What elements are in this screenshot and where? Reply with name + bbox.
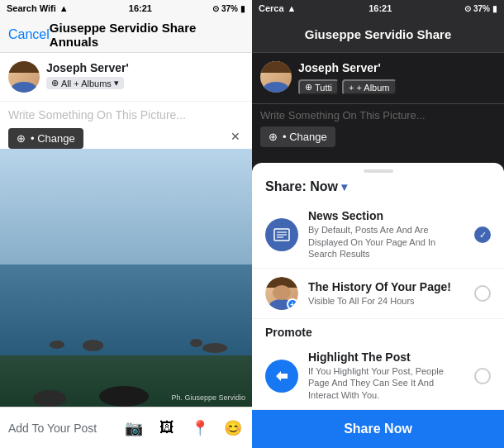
gallery-icon[interactable]: 🖼	[156, 417, 178, 439]
modal-handle	[252, 163, 504, 176]
left-nav-title: Giuseppe Servidio Share Annuals	[50, 21, 216, 49]
right-status-left: Cerca ▲	[259, 3, 296, 13]
promote-section-label: Promote	[252, 319, 504, 342]
right-status-bar: Cerca ▲ 16:21 ⊙ 37% ▮	[252, 0, 504, 17]
left-photo: Ph. Giuseppe Servidio	[0, 149, 252, 407]
history-radio[interactable]	[474, 285, 491, 302]
right-album-btn[interactable]: + + Album	[342, 79, 397, 95]
left-time: 16:21	[129, 3, 152, 13]
left-status-bar: Search Wifi ▲ 16:21 ⊙ 37% ▮	[0, 0, 252, 17]
share-now-label: Share Now	[344, 422, 412, 436]
right-change-area: ⊕ • Change	[260, 126, 496, 147]
rock-1	[50, 341, 64, 349]
right-change-label: • Change	[283, 131, 327, 143]
right-audience-tutti[interactable]: ⊕ Tutti	[298, 79, 339, 95]
news-option-title: News Section	[308, 209, 464, 222]
history-option-title: The History Of Your Page!	[308, 280, 464, 293]
emoji-icon[interactable]: 😊	[222, 417, 244, 439]
right-nav-bar: Giuseppe Servidio Share	[252, 17, 504, 53]
photo-sky	[0, 149, 252, 265]
right-avatar	[260, 61, 292, 93]
left-write-placeholder[interactable]: Write Something On This Picture...	[0, 102, 252, 128]
rock-3	[190, 339, 202, 347]
left-bottom-bar: Add To Your Post 📷 🖼 📍 😊	[0, 407, 252, 448]
left-wifi-icon: ▲	[59, 3, 69, 13]
camera-icon[interactable]: 📷	[123, 417, 145, 439]
share-now-button[interactable]: Share Now	[252, 410, 504, 448]
right-post-info: Joseph Server' ⊕ Tutti + + Album	[298, 61, 496, 95]
left-change-button[interactable]: ⊕ • Change	[8, 128, 83, 149]
left-location-icon: ⊙	[212, 4, 219, 13]
left-battery-icon: ▮	[240, 4, 245, 13]
left-post-info: Joseph Server' ⊕ All + Albums ▾	[46, 61, 244, 89]
modal-option-news[interactable]: News Section By Default, Posts Are And A…	[252, 201, 504, 269]
left-audience-label: All + Albums	[61, 79, 112, 88]
modal-option-history[interactable]: + The History Of Your Page! Visible To A…	[252, 269, 504, 319]
modal-title: Share: Now ▾	[252, 176, 504, 201]
right-status-right: ⊙ 37% ▮	[464, 4, 497, 13]
change-icon: ⊕	[17, 132, 26, 145]
right-time: 16:21	[368, 3, 392, 13]
left-audience-button[interactable]: ⊕ All + Albums ▾	[46, 77, 124, 89]
location-icon[interactable]: 📍	[189, 417, 211, 439]
rock-2	[83, 340, 103, 351]
history-option-text: The History Of Your Page! Visible To All…	[308, 280, 464, 307]
photo-credit: Ph. Giuseppe Servidio	[171, 393, 245, 402]
modal-title-arrow: ▾	[341, 180, 347, 193]
avatar-hair	[8, 61, 40, 73]
left-carrier: Search Wifi	[7, 3, 56, 13]
history-icon: +	[265, 277, 298, 310]
left-nav-bar: Cancel Giuseppe Servidio Share Annuals	[0, 17, 252, 53]
promote-icon	[265, 360, 298, 393]
right-battery: 37%	[473, 4, 490, 13]
right-tutti-label: Tutti	[315, 83, 332, 93]
right-carrier: Cerca	[259, 3, 284, 13]
right-avatar-body	[264, 82, 288, 93]
photo-water	[0, 265, 252, 355]
news-option-sub: By Default, Posts Are And Are Displayed …	[308, 224, 464, 260]
news-radio[interactable]	[474, 226, 491, 243]
history-option-sub: Visible To All For 24 Hours	[308, 295, 464, 307]
highlight-option-title: Highlight The Post	[308, 350, 464, 364]
right-nav-title: Giuseppe Servidio Share	[305, 27, 452, 41]
modal-handle-bar	[364, 169, 393, 173]
audience-dropdown-icon: ▾	[114, 78, 119, 88]
left-close-button[interactable]: ✕	[227, 128, 244, 145]
left-post-name: Joseph Server'	[46, 61, 244, 74]
left-change-label: • Change	[31, 132, 75, 145]
cancel-button[interactable]: Cancel	[8, 27, 50, 42]
right-post-area: Joseph Server' ⊕ Tutti + + Album	[252, 53, 504, 104]
highlight-option-sub: If You Highlight Your Post, People Page …	[308, 365, 464, 401]
right-change-icon: ⊕	[269, 131, 278, 143]
share-modal: Share: Now ▾ News Section By Default, Po…	[252, 163, 504, 448]
right-panel: Cerca ▲ 16:21 ⊙ 37% ▮ Giuseppe Servidio …	[252, 0, 504, 448]
left-status-left: Search Wifi ▲	[7, 3, 69, 13]
left-panel: Search Wifi ▲ 16:21 ⊙ 37% ▮ Cancel Giuse…	[0, 0, 252, 448]
add-to-post-label: Add To Your Post	[8, 422, 123, 435]
left-battery: 37%	[221, 4, 238, 13]
right-write-placeholder[interactable]: Write Something On This Picture...	[252, 104, 504, 126]
left-post-area: Joseph Server' ⊕ All + Albums ▾	[0, 53, 252, 102]
news-icon	[265, 218, 298, 251]
left-bottom-icons: 📷 🖼 📍 😊	[123, 417, 244, 439]
left-avatar	[8, 61, 40, 93]
highlight-radio[interactable]	[474, 368, 491, 384]
modal-option-highlight[interactable]: Highlight The Post If You Highlight Your…	[252, 342, 504, 410]
highlight-option-text: Highlight The Post If You Highlight Your…	[308, 350, 464, 401]
right-location-icon: ⊙	[464, 4, 471, 13]
right-globe-icon: ⊕	[305, 82, 312, 93]
rock-5	[33, 390, 66, 407]
right-change-button[interactable]: ⊕ • Change	[260, 126, 335, 147]
right-post-name: Joseph Server'	[298, 61, 496, 74]
rock-4	[202, 343, 227, 353]
audience-globe-icon: ⊕	[51, 78, 59, 88]
right-album-icon: +	[349, 83, 354, 93]
news-option-text: News Section By Default, Posts Are And A…	[308, 209, 464, 260]
modal-title-text: Share: Now	[265, 179, 338, 194]
right-wifi-icon: ▲	[288, 3, 297, 13]
avatar-body	[12, 82, 36, 93]
left-change-area: ⊕ • Change ✕	[8, 128, 244, 149]
left-status-right: ⊙ 37% ▮	[212, 4, 245, 13]
right-album-label: + Album	[356, 83, 389, 93]
right-audience-row: ⊕ Tutti + + Album	[298, 77, 496, 95]
